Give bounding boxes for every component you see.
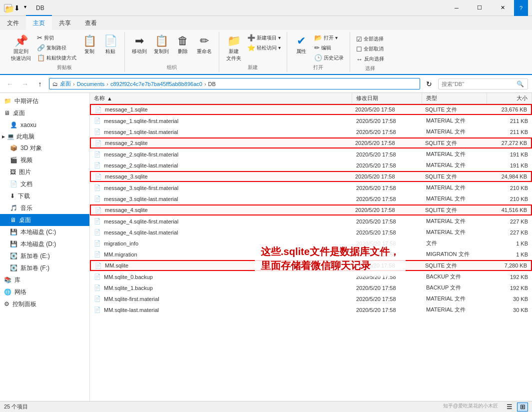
sidebar-item-label: 视频	[20, 156, 32, 164]
forward-button[interactable]: →	[19, 78, 31, 90]
refresh-button[interactable]: ↻	[423, 78, 435, 90]
table-row[interactable]: 📄 message_2.sqlite-first.material 2020/5…	[90, 149, 532, 160]
paste-shortcut-label: 粘贴快捷方式	[46, 54, 76, 62]
table-row[interactable]: 📄 MM.sqlite-first.material 2020/5/20 17:…	[90, 294, 532, 304]
sidebar-item-video[interactable]: 🎬 视频	[0, 154, 89, 166]
download-icon: ⬇	[10, 192, 15, 200]
breadcrumb[interactable]: 🗂 桌面 › Documents › c892f92c4c7e7b7ba45ff…	[49, 78, 420, 90]
sidebar-item-drive-e[interactable]: 💽 新加卷 (E:)	[0, 250, 89, 262]
close-button[interactable]: ✕	[491, 0, 514, 16]
easy-access-button[interactable]: ⭐ 轻松访问 ▾	[245, 43, 283, 52]
sidebar-item-docs[interactable]: 📄 文档	[0, 178, 89, 190]
tab-view[interactable]: 查看	[78, 16, 104, 30]
file-date-cell: 2020/5/20 17:58	[352, 240, 422, 248]
invert-selection-button[interactable]: ↔ 反向选择	[354, 54, 386, 64]
sidebar-item-drive-c[interactable]: 💾 本地磁盘 (C:)	[0, 226, 89, 238]
deselect-all-button[interactable]: ☐ 全部取消	[354, 44, 386, 54]
col-header-size[interactable]: 大小	[487, 93, 532, 104]
sidebar-item-drive-d[interactable]: 💾 本地磁盘 (D:)	[0, 238, 89, 250]
sidebar-item-label: 中期评估	[14, 97, 38, 106]
properties-button[interactable]: ✔ 属性	[291, 33, 311, 56]
file-type-cell: SQLITE 文件	[421, 261, 486, 270]
copy-button[interactable]: 📋 复制	[79, 33, 99, 56]
col-header-date[interactable]: 修改日期	[352, 93, 422, 104]
history-button[interactable]: 🕒 历史记录	[312, 53, 346, 62]
rename-button[interactable]: ✏ 重命名	[194, 33, 215, 56]
open-icon: 📂	[314, 34, 322, 42]
file-type-cell: 文件	[422, 238, 487, 248]
table-row[interactable]: 📄 MM.sqlite-last.material 2020/5/20 17:5…	[90, 304, 532, 316]
back-button[interactable]: ←	[4, 78, 16, 90]
breadcrumb-part-2[interactable]: c892f92c4c7e7b7ba45ff5ab8b896ac0	[110, 81, 202, 87]
new-folder-button[interactable]: 📁 新建文件夹	[223, 33, 244, 63]
breadcrumb-part-1[interactable]: Documents	[77, 81, 105, 87]
file-type-cell: MATERIAL 文件	[422, 216, 487, 226]
up-button[interactable]: ↑	[34, 78, 46, 90]
tab-file[interactable]: 文件	[0, 16, 26, 30]
file-name-cell: 📄 MM.migration	[90, 250, 352, 258]
sidebar-item-xaoxu[interactable]: 👤 xaoxu	[0, 119, 89, 131]
properties-icon: ✔	[297, 34, 306, 48]
edit-button[interactable]: ✏ 编辑	[312, 43, 346, 52]
table-row[interactable]: 📄 message_4.sqlite-first.material 2020/5…	[90, 216, 532, 227]
file-type-cell: MATERIAL 文件	[422, 305, 487, 314]
table-row[interactable]: 📄 message_3.sqlite-last.material 2020/5/…	[90, 194, 532, 204]
ribbon-group-open: ✔ 属性 📂 打开 ▾ ✏ 编辑 🕒 历史记录	[287, 32, 350, 72]
table-row[interactable]: 📄 message_1.sqlite-last.material 2020/5/…	[90, 126, 532, 138]
file-icon: 📄	[94, 196, 101, 202]
table-row[interactable]: 📄 MM.sqlite_0.backup 2020/5/20 17:58 BAC…	[90, 272, 532, 282]
sidebar-item-desktop[interactable]: 🖥 桌面	[0, 214, 89, 226]
tab-home[interactable]: 主页	[26, 15, 52, 30]
copy-path-button[interactable]: 🔗 复制路径	[35, 43, 78, 52]
details-view-button[interactable]: ☰	[504, 402, 515, 412]
sidebar-item-library[interactable]: 📚 库	[0, 274, 89, 286]
sidebar-item-music[interactable]: 🎵 音乐	[0, 202, 89, 214]
sidebar-item-network[interactable]: 🌐 网络	[0, 286, 89, 298]
sidebar-item-control-panel[interactable]: ⚙ 控制面板	[0, 298, 89, 310]
sidebar-item-download[interactable]: ⬇ 下载	[0, 190, 89, 202]
paste-shortcut-button[interactable]: 📋 粘贴快捷方式	[35, 53, 78, 62]
sidebar-item-3d[interactable]: 📦 3D 对象	[0, 142, 89, 154]
maximize-button[interactable]: ☐	[468, 0, 491, 16]
table-row[interactable]: 📄 MM.sqlite_1.backup 2020/5/20 17:58 BAC…	[90, 282, 532, 294]
ribbon-group-select: ☑ 全部选择 ☐ 全部取消 ↔ 反向选择 选择	[350, 32, 390, 72]
sidebar-item-desktop-top[interactable]: 🖥 桌面	[0, 107, 89, 119]
new-item-button[interactable]: ➕ 新建项目 ▾	[245, 33, 283, 42]
delete-button[interactable]: 🗑 删除	[173, 33, 193, 56]
sidebar-item-drive-f[interactable]: 💽 新加卷 (F:)	[0, 262, 89, 274]
paste-button[interactable]: 📄 粘贴	[100, 33, 120, 56]
minimize-button[interactable]: ─	[445, 0, 468, 16]
table-row[interactable]: 📄 message_3.sqlite-first.material 2020/5…	[90, 182, 532, 194]
copy-to-button[interactable]: 📋 复制到	[151, 33, 172, 56]
col-header-name[interactable]: 名称 ▲	[90, 93, 352, 104]
help-button[interactable]: ?	[514, 0, 528, 16]
cut-button[interactable]: ✂ 剪切	[35, 33, 78, 42]
table-row[interactable]: 📄 message_1.sqlite 2020/5/20 17:58 SQLIT…	[90, 104, 532, 115]
table-row[interactable]: 📄 migration_info 2020/5/20 17:58 文件 1 KB	[90, 238, 532, 249]
file-icon: 📄	[94, 284, 101, 291]
search-input[interactable]	[442, 81, 517, 87]
sidebar-item-zhongqi[interactable]: 📁 中期评估	[0, 95, 89, 107]
table-row[interactable]: 📄 MM.migration 2020/5/20 17:58 MIGRATION…	[90, 249, 532, 260]
open-button[interactable]: 📂 打开 ▾	[312, 33, 346, 42]
sidebar-item-pictures[interactable]: 🖼 图片	[0, 166, 89, 178]
table-row[interactable]: 📄 message_4.sqlite 2020/5/20 17:58 SQLIT…	[90, 204, 532, 216]
table-row[interactable]: 📄 MM.sqlite 2020/5/20 17:58 SQLITE 文件 7,…	[90, 260, 532, 271]
large-icons-view-button[interactable]: ⊞	[517, 402, 528, 412]
pin-button[interactable]: 📌 固定到快速访问	[8, 33, 34, 63]
select-all-button[interactable]: ☑ 全部选择	[354, 34, 386, 44]
table-row[interactable]: 📄 message_3.sqlite 2020/5/20 17:58 SQLIT…	[90, 171, 532, 182]
file-date-cell: 2020/5/20 17:58	[351, 106, 421, 114]
table-row[interactable]: 📄 message_1.sqlite-first.material 2020/5…	[90, 116, 532, 126]
move-to-label: 移动到	[132, 48, 147, 55]
tab-share[interactable]: 共享	[52, 16, 78, 30]
table-row[interactable]: 📄 message_2.sqlite 2020/5/20 17:58 SQLIT…	[90, 138, 532, 148]
table-row[interactable]: 📄 message_4.sqlite-last.material 2020/5/…	[90, 227, 532, 238]
breadcrumb-part-0[interactable]: 桌面	[60, 80, 71, 88]
table-row[interactable]: 📄 message_2.sqlite-last.material 2020/5/…	[90, 160, 532, 171]
col-header-type[interactable]: 类型	[422, 93, 487, 104]
video-icon: 🎬	[10, 156, 17, 164]
move-to-button[interactable]: ➡ 移动到	[129, 33, 150, 56]
network-icon: 🌐	[4, 288, 11, 296]
sidebar-item-mypc[interactable]: ▸ 💻 此电脑	[0, 131, 89, 142]
